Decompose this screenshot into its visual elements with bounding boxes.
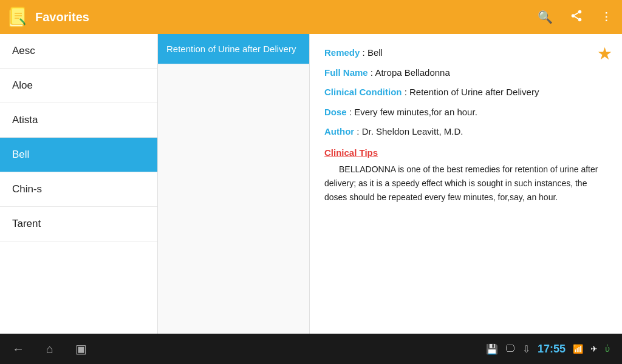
- condition-item-retention[interactable]: Retention of Urine after Delivery: [158, 34, 309, 64]
- more-options-icon[interactable]: ︙: [598, 8, 615, 27]
- app-title: Favorites: [35, 10, 535, 24]
- app-bar-actions: 🔍 ︙: [535, 7, 615, 28]
- dose-label: Dose: [324, 107, 347, 117]
- favorite-star-button[interactable]: ★: [597, 44, 612, 64]
- recents-nav-icon[interactable]: ▣: [75, 342, 87, 356]
- sidebar-item-tarent[interactable]: Tarent: [0, 207, 157, 241]
- remedy-label-colon: :: [363, 47, 367, 58]
- sidebar-item-chin-s[interactable]: Chin-s: [0, 172, 157, 207]
- app-logo-icon: [7, 6, 29, 28]
- clinical-tips-title[interactable]: Clinical Tips: [324, 147, 607, 158]
- condition-panel: Retention of Urine after Delivery: [158, 34, 310, 334]
- author-label: Author: [324, 126, 354, 136]
- condition-row: Clinical Condition : Retention of Urine …: [324, 86, 607, 99]
- remedy-row: Remedy : Bell: [324, 46, 607, 60]
- signal-icon: ✈: [590, 344, 598, 354]
- sidebar-item-bell[interactable]: Bell: [0, 138, 157, 172]
- back-nav-icon[interactable]: ←: [12, 342, 24, 356]
- author-colon: :: [357, 126, 361, 136]
- nav-left-controls: ← ⌂ ▣: [12, 342, 87, 356]
- wifi-icon: 📶: [573, 344, 583, 354]
- screen-icon: 🖵: [505, 343, 515, 354]
- search-icon[interactable]: 🔍: [535, 7, 555, 27]
- sidebar-item-atista[interactable]: Atista: [0, 103, 157, 138]
- clinical-tips-text: BELLADONNA is one of the best remedies f…: [324, 163, 607, 204]
- status-bar: 💾 🖵 ⇩ 17:55 📶 ✈ ὐ‌️: [486, 343, 610, 356]
- author-row: Author : Dr. Sheldon Leavitt, M.D.: [324, 125, 607, 139]
- remedy-value: Bell: [367, 47, 383, 58]
- remedy-sidebar: Aesc Aloe Atista Bell Chin-s Tarent: [0, 34, 158, 334]
- svg-line-12: [575, 12, 578, 15]
- condition-label: Clinical Condition: [324, 87, 402, 97]
- condition-colon: :: [405, 87, 409, 97]
- fullname-row: Full Name : Atropa Belladonna: [324, 66, 607, 80]
- fullname-label: Full Name: [324, 67, 368, 78]
- app-bar: Favorites 🔍 ︙: [0, 0, 622, 34]
- dose-value: Every few minutes,for an hour.: [354, 107, 477, 117]
- fullname-value: Atropa Belladonna: [375, 67, 449, 78]
- dose-colon: :: [349, 107, 354, 117]
- condition-value: Retention of Urine after Delivery: [409, 87, 539, 97]
- main-content: Aesc Aloe Atista Bell Chin-s Tarent Rete…: [0, 34, 622, 334]
- sidebar-item-aesc[interactable]: Aesc: [0, 34, 157, 69]
- nav-bar: ← ⌂ ▣ 💾 🖵 ⇩ 17:55 📶 ✈ ὐ‌️: [0, 334, 622, 364]
- sidebar-item-aloe[interactable]: Aloe: [0, 69, 157, 103]
- svg-point-10: [578, 18, 582, 21]
- storage-icon: 💾: [486, 343, 498, 355]
- battery-icon: ὐ‌️: [605, 344, 610, 354]
- home-nav-icon[interactable]: ⌂: [46, 342, 53, 356]
- share-icon[interactable]: [567, 7, 586, 28]
- download-icon: ⇩: [522, 343, 530, 355]
- svg-point-9: [572, 14, 575, 18]
- status-time: 17:55: [538, 343, 566, 356]
- dose-row: Dose : Every few minutes,for an hour.: [324, 106, 607, 120]
- svg-line-11: [575, 16, 578, 19]
- remedy-label: Remedy: [324, 47, 360, 58]
- clinical-tips-section: Clinical Tips BELLADONNA is one of the b…: [324, 147, 607, 204]
- author-value: Dr. Sheldon Leavitt, M.D.: [362, 126, 463, 136]
- detail-panel: ★ Remedy : Bell Full Name : Atropa Bella…: [310, 34, 622, 334]
- svg-point-8: [578, 10, 582, 13]
